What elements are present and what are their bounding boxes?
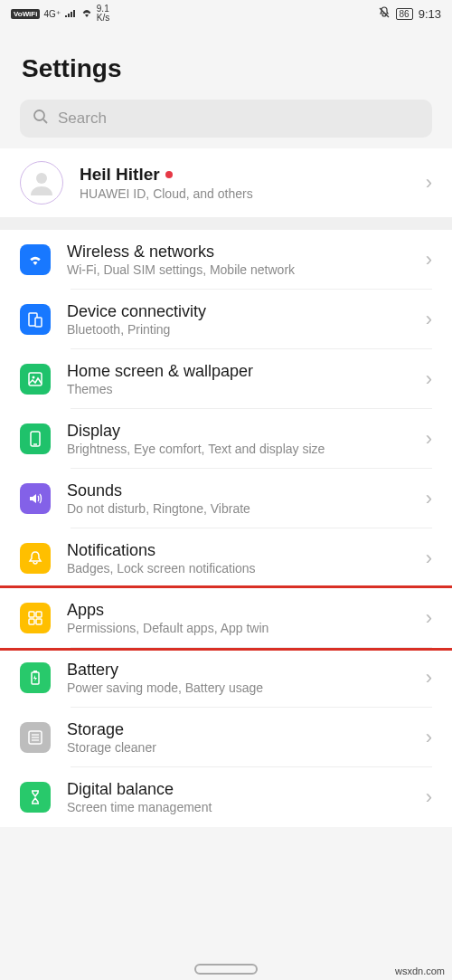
page-title: Settings <box>22 54 430 83</box>
chevron-right-icon: › <box>426 666 432 690</box>
item-title: Digital balance <box>67 780 410 799</box>
chevron-right-icon: › <box>426 308 432 331</box>
settings-list: Wireless & networks Wi-Fi, Dual SIM sett… <box>0 230 452 827</box>
storage-icon <box>20 722 51 753</box>
item-subtitle: Badges, Lock screen notifications <box>67 561 410 576</box>
chevron-right-icon: › <box>426 606 432 630</box>
svg-rect-12 <box>36 619 42 624</box>
clock: 9:13 <box>419 7 441 21</box>
chevron-right-icon: › <box>426 171 432 195</box>
item-title: Apps <box>67 601 410 620</box>
chevron-right-icon: › <box>426 248 432 271</box>
image-icon <box>20 364 51 395</box>
home-indicator[interactable] <box>194 964 258 975</box>
chevron-right-icon: › <box>426 367 432 391</box>
item-title: Notifications <box>67 541 410 560</box>
settings-item-storage[interactable]: Storage Storage cleaner › <box>0 708 452 767</box>
item-subtitle: Brightness, Eye comfort, Text and displa… <box>67 442 410 456</box>
svg-point-6 <box>33 376 35 379</box>
wifi-icon <box>20 244 51 275</box>
chevron-right-icon: › <box>426 547 432 570</box>
signal-icon <box>64 7 77 21</box>
section-gap <box>0 217 452 230</box>
vowifi-badge: VoWiFi <box>11 9 40 19</box>
device-icon <box>20 304 51 335</box>
hourglass-icon <box>20 782 51 813</box>
item-title: Battery <box>67 661 410 680</box>
settings-item-display[interactable]: Display Brightness, Eye comfort, Text an… <box>0 409 452 469</box>
svg-rect-14 <box>33 671 37 672</box>
battery-icon <box>20 662 51 693</box>
settings-item-sounds[interactable]: Sounds Do not disturb, Ringtone, Vibrate… <box>0 469 452 528</box>
item-subtitle: Screen time management <box>67 800 410 814</box>
search-icon <box>33 109 49 129</box>
dnd-icon <box>378 6 391 22</box>
item-title: Device connectivity <box>67 302 410 321</box>
item-title: Display <box>67 422 410 441</box>
item-subtitle: Wi-Fi, Dual SIM settings, Mobile network <box>67 262 410 277</box>
item-title: Home screen & wallpaper <box>67 362 410 381</box>
svg-point-0 <box>34 110 44 120</box>
account-subtitle: HUAWEI ID, Cloud, and others <box>80 186 410 201</box>
settings-item-wireless[interactable]: Wireless & networks Wi-Fi, Dual SIM sett… <box>0 230 452 290</box>
account-row[interactable]: Heil Hitler HUAWEI ID, Cloud, and others… <box>0 148 452 217</box>
settings-item-apps[interactable]: Apps Permissions, Default apps, App twin… <box>0 585 452 651</box>
settings-item-digital-balance[interactable]: Digital balance Screen time management › <box>0 767 452 827</box>
item-title: Storage <box>67 720 410 739</box>
settings-item-home-screen[interactable]: Home screen & wallpaper Themes › <box>0 349 452 409</box>
svg-point-2 <box>36 173 47 184</box>
chevron-right-icon: › <box>426 726 432 749</box>
chevron-right-icon: › <box>426 427 432 451</box>
wifi-status-icon <box>80 7 93 21</box>
item-subtitle: Storage cleaner <box>67 740 410 755</box>
svg-line-1 <box>43 119 47 123</box>
chevron-right-icon: › <box>426 785 432 809</box>
notification-dot-icon <box>165 171 173 178</box>
svg-rect-9 <box>29 612 34 617</box>
item-subtitle: Permissions, Default apps, App twin <box>67 621 410 635</box>
net-speed: 9.1K/s <box>97 5 109 23</box>
status-bar: VoWiFi 4G⁺ 9.1K/s 86 9:13 <box>0 0 452 27</box>
sound-icon <box>20 483 51 514</box>
settings-item-battery[interactable]: Battery Power saving mode, Battery usage… <box>0 648 452 708</box>
item-title: Sounds <box>67 481 410 500</box>
netgen-label: 4G⁺ <box>43 9 60 19</box>
account-name: Heil Hitler <box>80 165 173 185</box>
item-subtitle: Power saving mode, Battery usage <box>67 680 410 695</box>
settings-item-notifications[interactable]: Notifications Badges, Lock screen notifi… <box>0 528 452 588</box>
item-subtitle: Do not disturb, Ringtone, Vibrate <box>67 501 410 516</box>
search-input[interactable]: Search <box>20 100 432 138</box>
svg-rect-10 <box>36 612 42 617</box>
page-header: Settings <box>0 27 452 100</box>
battery-indicator: 86 <box>396 8 413 20</box>
settings-item-device-connectivity[interactable]: Device connectivity Bluetooth, Printing … <box>0 290 452 349</box>
watermark: wsxdn.com <box>395 966 445 976</box>
search-placeholder: Search <box>58 109 107 128</box>
item-title: Wireless & networks <box>67 243 410 262</box>
svg-rect-11 <box>29 619 34 624</box>
bell-icon <box>20 543 51 574</box>
apps-icon <box>20 603 51 633</box>
display-icon <box>20 423 51 454</box>
svg-rect-4 <box>35 318 42 327</box>
item-subtitle: Bluetooth, Printing <box>67 322 410 337</box>
chevron-right-icon: › <box>426 487 432 510</box>
item-subtitle: Themes <box>67 382 410 396</box>
avatar <box>20 161 63 205</box>
